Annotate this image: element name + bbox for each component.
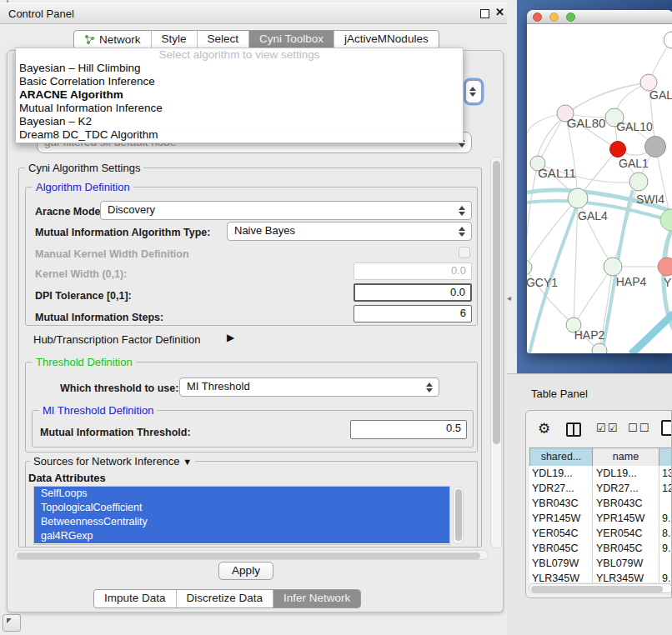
float-window-icon[interactable]: [480, 9, 489, 18]
expand-arrow-icon[interactable]: ▶: [227, 332, 234, 343]
node-swi4: [629, 172, 648, 191]
table-cell[interactable]: YDR27...: [529, 481, 592, 496]
mi-threshold-label: Mutual Information Threshold:: [40, 427, 191, 438]
table-cell[interactable]: YPR145W: [592, 511, 659, 526]
close-traffic-light[interactable]: [533, 12, 542, 22]
table-cell[interactable]: 8.: [659, 526, 672, 541]
column-header-partial[interactable]: [659, 448, 672, 467]
kernel-width-label: Kernel Width (0,1):: [35, 268, 127, 280]
mi-threshold-field[interactable]: 0.5: [350, 420, 467, 439]
table-cell[interactable]: 9.: [659, 571, 672, 582]
table-cell[interactable]: YDL19...: [592, 466, 659, 481]
zoom-traffic-light[interactable]: [566, 12, 575, 22]
table-cell[interactable]: YBL079W: [592, 556, 659, 571]
tab-style[interactable]: Style: [152, 31, 198, 48]
inference-combo-fragment[interactable]: [465, 80, 482, 103]
node-label: SWI4: [636, 192, 664, 206]
deselect-all-columns-icon[interactable]: ☐☐: [628, 422, 650, 434]
which-threshold-label: Which threshold to use:: [60, 382, 178, 394]
node-label: GAL4: [578, 209, 608, 222]
dpi-tolerance-label: DPI Tolerance [0,1]:: [35, 290, 132, 302]
table-cell[interactable]: 13: [659, 466, 672, 481]
tab-impute-data[interactable]: Impute Data: [94, 590, 177, 608]
table-cell[interactable]: YBR043C: [529, 496, 592, 511]
node: [664, 32, 672, 48]
float-panel-button[interactable]: [3, 614, 21, 632]
hub-definition-label: Hub/Transcription Factor Definition: [33, 333, 200, 346]
which-threshold-combo[interactable]: MI Threshold: [179, 378, 439, 397]
node-green-large: [660, 209, 672, 231]
settings-vscrollbar-thumb[interactable]: [493, 161, 500, 444]
aracne-mode-combo[interactable]: Discovery: [100, 201, 472, 220]
mi-type-combo[interactable]: Naive Bayes: [227, 222, 472, 241]
list-item[interactable]: gal4RGexp: [34, 529, 449, 543]
list-vscrollbar[interactable]: [453, 487, 464, 544]
list-vscrollbar-thumb[interactable]: [455, 489, 462, 541]
popup-item-selected[interactable]: ARACNE Algorithm: [16, 88, 463, 102]
kernel-width-field[interactable]: 0.0: [354, 262, 472, 280]
table-cell[interactable]: YBR045C: [592, 541, 659, 556]
node-gray: [645, 137, 666, 158]
table-hscrollbar[interactable]: [529, 583, 672, 593]
settings-vscrollbar[interactable]: [490, 157, 502, 548]
apply-button[interactable]: Apply: [218, 562, 273, 580]
popup-item[interactable]: Mutual Information Inference: [16, 102, 463, 115]
node-label: GAL80: [567, 116, 606, 130]
column-layout-icon[interactable]: [566, 422, 581, 437]
table-cell[interactable]: [659, 496, 672, 511]
dpi-tolerance-field[interactable]: 0.0: [354, 283, 472, 302]
list-item[interactable]: TopologicalCoefficient: [34, 501, 449, 515]
popup-item[interactable]: Bayesian – Hill Climbing: [16, 62, 463, 75]
table-cell[interactable]: YER054C: [592, 526, 659, 541]
data-attributes-list: SelfLoops TopologicalCoefficient Between…: [33, 486, 450, 545]
popup-hint: Select algorithm to view settings: [16, 48, 463, 62]
table-cell[interactable]: YLR345W: [592, 571, 659, 582]
mi-steps-field[interactable]: 6: [354, 305, 472, 322]
minimize-traffic-light[interactable]: [549, 12, 559, 22]
select-all-columns-icon[interactable]: ☑☑: [596, 422, 619, 434]
table-cell[interactable]: YDL19...: [529, 466, 592, 481]
table-cell[interactable]: 9.: [659, 541, 672, 556]
threshold-definition-title: Threshold Definition: [33, 356, 136, 368]
list-item[interactable]: SelfLoops: [34, 487, 449, 501]
panel-divider-arrow-icon[interactable]: ◂: [507, 293, 511, 302]
collapse-arrow-icon[interactable]: ▼: [183, 457, 192, 467]
tab-select[interactable]: Select: [198, 31, 250, 48]
tab-discretize-data[interactable]: Discretize Data: [177, 590, 274, 608]
table-cell[interactable]: YLR345W: [529, 571, 592, 582]
manual-kernel-checkbox[interactable]: [459, 247, 470, 258]
table-hscrollbar-thumb[interactable]: [531, 586, 663, 592]
table-cell[interactable]: [659, 556, 672, 571]
corner-arrow-icon: [7, 618, 12, 623]
cyni-settings-title: Cyni Algorithm Settings: [25, 162, 143, 174]
tab-infer-network[interactable]: Infer Network: [273, 590, 360, 608]
table-panel-container: ⚙ ☑☑ ☐☐ shared... name YDL19...YDL19...1…: [525, 410, 672, 598]
popup-item[interactable]: Dream8 DC_TDC Algorithm: [16, 128, 463, 142]
table-cell[interactable]: YDR27...: [592, 481, 659, 496]
table-cell[interactable]: 12: [659, 481, 672, 496]
network-icon: [84, 34, 95, 45]
settings-hscrollbar-thumb[interactable]: [17, 552, 480, 559]
network-canvas[interactable]: GAL GAL80 GAL10 GAL1 GAL11 SWI4 GAL4 GCY…: [527, 24, 672, 353]
table-cell[interactable]: 9.: [659, 511, 672, 526]
network-window-titlebar[interactable]: [527, 10, 672, 24]
table-cell[interactable]: YPR145W: [529, 511, 592, 526]
tab-jactivemnodules[interactable]: jActiveMNodules: [334, 31, 439, 48]
tab-network[interactable]: Network: [74, 31, 152, 48]
table-cell[interactable]: YBL079W: [529, 556, 592, 571]
settings-hscrollbar[interactable]: [13, 550, 489, 560]
new-column-icon[interactable]: [661, 420, 672, 436]
table-cell[interactable]: YBR043C: [592, 496, 659, 511]
list-item[interactable]: BetweennessCentrality: [34, 515, 449, 529]
table-cell[interactable]: YBR045C: [529, 541, 592, 556]
node-label: GAL11: [538, 166, 576, 180]
table-cell[interactable]: YER054C: [529, 526, 592, 541]
column-header-shared-name[interactable]: shared...: [530, 448, 593, 467]
popup-item[interactable]: Basic Correlation Inference: [16, 75, 463, 88]
tab-cyni-toolbox[interactable]: Cyni Toolbox: [249, 31, 334, 48]
close-icon[interactable]: ✕: [495, 6, 504, 18]
column-header-name[interactable]: name: [593, 448, 659, 467]
popup-item[interactable]: Bayesian – K2: [16, 115, 463, 128]
node-label: Y: [664, 276, 672, 289]
settings-gear-icon[interactable]: ⚙: [538, 420, 550, 438]
